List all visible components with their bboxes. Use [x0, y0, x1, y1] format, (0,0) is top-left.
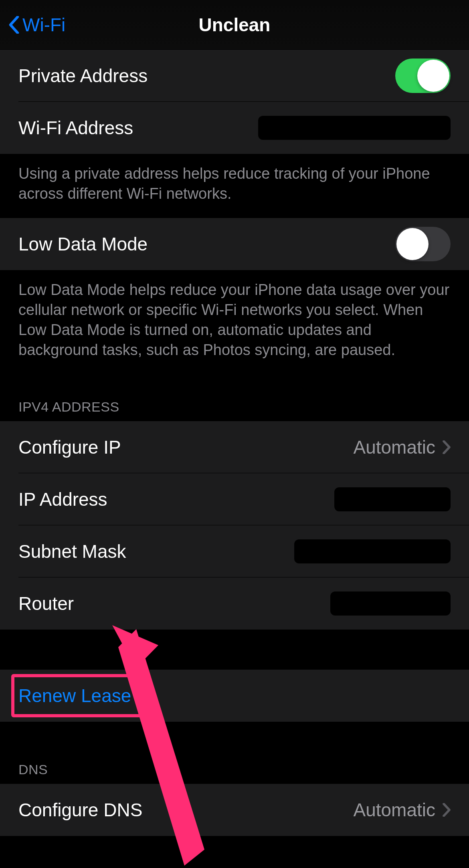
ipv4-header: IPV4 ADDRESS — [0, 374, 469, 421]
low-data-mode-label: Low Data Mode — [18, 233, 148, 255]
section-gap — [0, 630, 469, 670]
row-wifi-address: Wi-Fi Address — [0, 102, 469, 154]
row-subnet-mask: Subnet Mask — [0, 525, 469, 577]
router-label: Router — [18, 593, 74, 614]
configure-ip-right: Automatic — [353, 436, 451, 458]
back-label: Wi-Fi — [22, 14, 65, 36]
toggle-knob — [396, 228, 429, 260]
low-data-mode-footer: Low Data Mode helps reduce your iPhone d… — [0, 270, 469, 374]
subnet-mask-label: Subnet Mask — [18, 541, 126, 562]
configure-dns-right: Automatic — [353, 799, 451, 821]
row-renew-lease[interactable]: Renew Lease — [0, 670, 469, 722]
wifi-address-value-redacted — [258, 116, 451, 140]
private-address-toggle[interactable] — [395, 59, 451, 93]
section-ipv4: Configure IP Automatic IP Address Subnet… — [0, 421, 469, 630]
back-button[interactable]: Wi-Fi — [9, 14, 65, 36]
chevron-right-icon — [443, 440, 451, 454]
wifi-address-label: Wi-Fi Address — [18, 117, 133, 139]
row-router: Router — [0, 577, 469, 630]
router-value-redacted — [330, 591, 451, 616]
private-address-footer: Using a private address helps reduce tra… — [0, 154, 469, 218]
chevron-right-icon — [443, 803, 451, 817]
ip-address-label: IP Address — [18, 489, 107, 510]
renew-lease-button[interactable]: Renew Lease — [18, 685, 131, 707]
ip-address-value-redacted — [334, 487, 451, 511]
configure-ip-value: Automatic — [353, 436, 435, 458]
page-title: Unclean — [0, 14, 469, 36]
row-configure-ip[interactable]: Configure IP Automatic — [0, 421, 469, 473]
configure-dns-label: Configure DNS — [18, 799, 142, 821]
section-dns: Configure DNS Automatic — [0, 784, 469, 836]
section-private-address: Private Address Wi-Fi Address — [0, 50, 469, 154]
row-private-address: Private Address — [0, 50, 469, 102]
configure-dns-value: Automatic — [353, 799, 435, 821]
low-data-mode-toggle[interactable] — [395, 227, 451, 261]
configure-ip-label: Configure IP — [18, 436, 121, 458]
section-renew-lease: Renew Lease — [0, 670, 469, 722]
dns-header: DNS — [0, 722, 469, 784]
toggle-knob — [417, 60, 449, 92]
private-address-label: Private Address — [18, 65, 148, 87]
subnet-mask-value-redacted — [294, 539, 451, 563]
row-low-data-mode: Low Data Mode — [0, 218, 469, 270]
nav-bar: Wi-Fi Unclean — [0, 0, 469, 50]
section-low-data-mode: Low Data Mode — [0, 218, 469, 270]
chevron-left-icon — [9, 16, 19, 34]
row-configure-dns[interactable]: Configure DNS Automatic — [0, 784, 469, 836]
row-ip-address: IP Address — [0, 473, 469, 525]
